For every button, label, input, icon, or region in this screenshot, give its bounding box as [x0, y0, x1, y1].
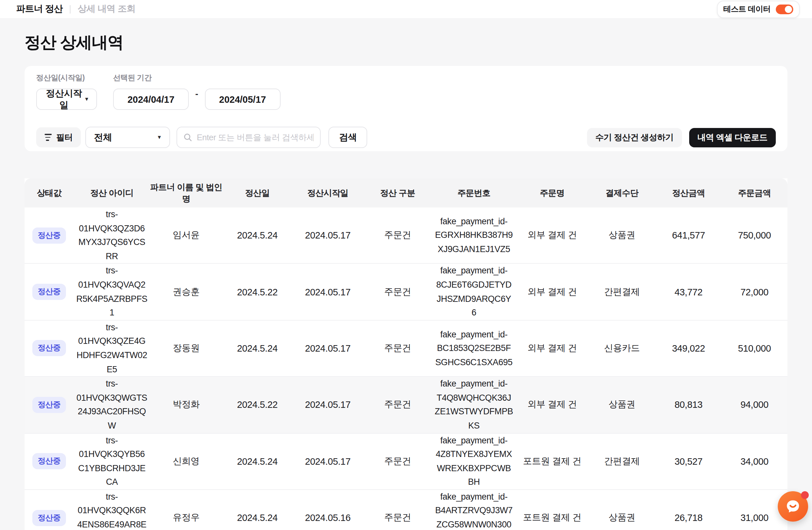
status-cell: 정산중: [25, 490, 74, 530]
partner-name-cell: 임서윤: [150, 207, 222, 264]
toggle-knob: [785, 5, 792, 13]
status-badge: 정산중: [33, 453, 66, 469]
table-row[interactable]: 정산중 trs-01HVQK3QZ3D6MYX3J7QS6YCSRR 임서윤 2…: [25, 207, 787, 264]
order-number-cell: fake_payment_id-T4Q8WQHCQK36JZE1WSTWYDFM…: [432, 377, 516, 433]
period-label-spacer: [205, 75, 280, 83]
page-title: 정산 상세내역: [25, 32, 787, 53]
status-cell: 정산중: [25, 433, 74, 490]
period-group: 선택된 기간 -: [113, 73, 280, 110]
status-badge: 정산중: [33, 227, 66, 244]
search-button[interactable]: 검색: [329, 127, 367, 148]
create-manual-settlement-button[interactable]: 수기 정산건 생성하기: [587, 128, 682, 147]
partner-name-cell: 신희영: [150, 433, 222, 490]
settlement-id-cell: trs-01HVQK3QZ3D6MYX3J7QS6YCSRR: [74, 207, 150, 264]
settlement-date-cell: 2024.5.24: [222, 320, 292, 377]
search-icon: [184, 133, 192, 142]
order-name-cell: 외부 결제 건: [516, 377, 588, 433]
date-range-separator: -: [195, 84, 198, 99]
settlement-date-cell: 2024.5.24: [222, 207, 292, 264]
brand-title: 파트너 정산: [16, 3, 63, 15]
search-input[interactable]: [197, 132, 314, 142]
status-cell: 정산중: [25, 320, 74, 377]
col-status: 상태값: [25, 178, 74, 207]
table-body: 정산중 trs-01HVQK3QZ3D6MYX3J7QS6YCSRR 임서윤 2…: [25, 207, 787, 530]
col-partner-name: 파트너 이름 및 법인명: [150, 178, 222, 207]
settlement-type-cell: 주문건: [363, 433, 432, 490]
col-settlement-date: 정산일: [222, 178, 292, 207]
table-row[interactable]: 정산중 trs-01HVQK3QVAQ2R5K4P5AZRBPFS1 권승훈 2…: [25, 264, 787, 320]
payment-method-cell: 간편결제: [588, 264, 655, 320]
main-content: 정산 상세내역 정산일(시작일) 정산시작일 ▼ 선택된 기간 -: [0, 32, 812, 530]
chat-bubble-icon: [785, 498, 801, 515]
settlement-id-cell: trs-01HVQK3QZE4GHDHFG2W4TW02E5: [74, 320, 150, 377]
filter-button[interactable]: 필터: [36, 127, 81, 147]
settlement-date-cell: 2024.5.24: [222, 433, 292, 490]
order-amount-cell: 94,000: [722, 377, 787, 433]
col-settlement-type: 정산 구분: [363, 178, 432, 207]
date-from-input[interactable]: [113, 89, 189, 110]
order-name-cell: 외부 결제 건: [516, 320, 588, 377]
col-settlement-id: 정산 아이디: [74, 178, 150, 207]
order-amount-cell: 34,000: [722, 433, 787, 490]
date-type-dropdown[interactable]: 정산시작일 ▼: [36, 89, 97, 110]
filter-lines-icon: [45, 134, 52, 141]
date-type-group: 정산일(시작일) 정산시작일 ▼: [36, 73, 97, 110]
app-root: 파트너 정산 상세 내역 조회 테스트 데이터 정산 상세내역 정산일(시작일)…: [0, 0, 812, 530]
nav-divider: [70, 5, 71, 13]
table-row[interactable]: 정산중 trs-01HVQK3QWGTS24J93AC20FHSQW 박정화 2…: [25, 377, 787, 433]
settlement-amount-cell: 641,577: [655, 207, 722, 264]
settlement-type-cell: 주문건: [363, 264, 432, 320]
order-amount-cell: 72,000: [722, 264, 787, 320]
status-badge: 정산중: [33, 397, 66, 413]
date-to-input[interactable]: [205, 89, 280, 110]
col-order-name: 주문명: [516, 178, 588, 207]
settlement-id-cell: trs-01HVQK3QVAQ2R5K4P5AZRBPFS1: [74, 264, 150, 320]
order-number-cell: fake_payment_id-8CJE6T6GDJETYDJHSZMD9ARQ…: [432, 264, 516, 320]
search-box: [177, 127, 321, 148]
payment-method-cell: 상품권: [588, 490, 655, 530]
chevron-down-icon: ▼: [84, 96, 89, 102]
settlement-table: 상태값 정산 아이디 파트너 이름 및 법인명 정산일 정산시작일 정산 구분 …: [25, 178, 787, 530]
notification-dot: [801, 491, 809, 499]
status-badge: 정산중: [33, 340, 66, 356]
partner-name-cell: 권승훈: [150, 264, 222, 320]
category-dropdown[interactable]: 전체 ▼: [86, 127, 170, 148]
date-type-label: 정산일(시작일): [36, 73, 97, 83]
filter-button-label: 필터: [56, 132, 73, 143]
settlement-amount-cell: 80,813: [655, 377, 722, 433]
table-row[interactable]: 정산중 trs-01HVQK3QYB56C1YBBCRHD3JECA 신희영 2…: [25, 433, 787, 490]
order-amount-cell: 510,000: [722, 320, 787, 377]
settlement-start-date-cell: 2024.05.17: [292, 377, 363, 433]
table-row[interactable]: 정산중 trs-01HVQK3QQK6R4ENS86E49AR8E2 유정우 2…: [25, 490, 787, 530]
excel-download-button[interactable]: 내역 엑셀 다운로드: [689, 128, 776, 147]
topbar: 파트너 정산 상세 내역 조회 테스트 데이터: [0, 0, 812, 18]
settlement-start-date-cell: 2024.05.17: [292, 320, 363, 377]
category-value: 전체: [94, 132, 112, 143]
test-data-toggle[interactable]: [776, 4, 793, 14]
partner-name-cell: 장동원: [150, 320, 222, 377]
order-number-cell: fake_payment_id-BC1853Q2SE2B5FSGHCS6C1SX…: [432, 320, 516, 377]
col-order-number: 주문번호: [432, 178, 516, 207]
breadcrumb: 상세 내역 조회: [77, 3, 135, 15]
settlement-type-cell: 주문건: [363, 207, 432, 264]
payment-method-cell: 상품권: [588, 377, 655, 433]
settlement-date-cell: 2024.5.22: [222, 377, 292, 433]
settlement-amount-cell: 26,718: [655, 490, 722, 530]
settlement-type-cell: 주문건: [363, 490, 432, 530]
settlement-start-date-cell: 2024.05.17: [292, 207, 363, 264]
settlement-date-cell: 2024.5.22: [222, 264, 292, 320]
table-actions: 수기 정산건 생성하기 내역 엑셀 다운로드: [587, 128, 776, 147]
col-settlement-amount: 정산금액: [655, 178, 722, 207]
order-name-cell: 포트원 결제 건: [516, 490, 588, 530]
settlement-id-cell: trs-01HVQK3QQK6R4ENS86E49AR8E2: [74, 490, 150, 530]
chat-widget-button[interactable]: [778, 491, 808, 521]
filter-row-dates: 정산일(시작일) 정산시작일 ▼ 선택된 기간 -: [36, 73, 776, 110]
table-row[interactable]: 정산중 trs-01HVQK3QZE4GHDHFG2W4TW02E5 장동원 2…: [25, 320, 787, 377]
test-data-pill: 테스트 데이터: [717, 0, 800, 18]
col-payment-method: 결제수단: [588, 178, 655, 207]
order-name-cell: 외부 결제 건: [516, 207, 588, 264]
settlement-amount-cell: 349,022: [655, 320, 722, 377]
order-number-cell: fake_payment_id-4Z8TNYEX8JYEMXWREXKBXPPC…: [432, 433, 516, 490]
filter-row-actions: 필터 전체 ▼ 검색 수기 정산건 생성하기 내역 엑셀 다운로드: [36, 127, 776, 148]
settlement-start-date-cell: 2024.05.17: [292, 264, 363, 320]
